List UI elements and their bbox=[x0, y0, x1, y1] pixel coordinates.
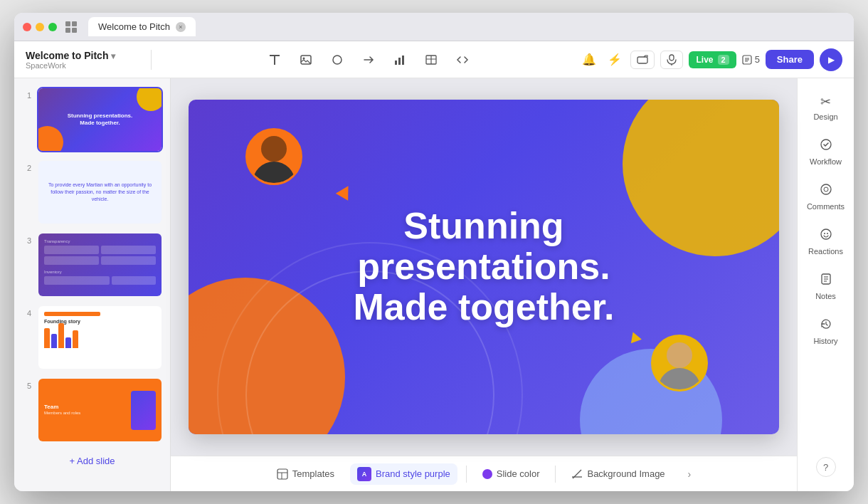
image-insert-icon[interactable] bbox=[296, 50, 316, 70]
svg-rect-7 bbox=[402, 56, 404, 65]
tab-bar: Welcome to Pitch × bbox=[88, 17, 196, 36]
background-button[interactable]: Background Image bbox=[564, 465, 672, 483]
history-label: History bbox=[813, 337, 837, 345]
toolbar-divider bbox=[151, 50, 152, 70]
text-insert-icon[interactable] bbox=[265, 50, 285, 70]
slide-img-2: To provide every Martian with an opportu… bbox=[37, 159, 163, 225]
design-icon: ✂ bbox=[820, 94, 831, 110]
help-button[interactable]: ? bbox=[816, 457, 836, 477]
bt-divider-2 bbox=[555, 466, 556, 483]
brand-label: Brand style purple bbox=[376, 468, 450, 479]
reactions-panel-button[interactable]: Reactions bbox=[802, 221, 850, 263]
slide-thumb-5[interactable]: 5 Team Members and roles bbox=[21, 377, 163, 443]
slide-color-label: Slide color bbox=[497, 468, 540, 479]
maximize-button[interactable] bbox=[48, 23, 57, 31]
reactions-label: Reactions bbox=[808, 247, 843, 256]
avatar-2 bbox=[651, 335, 708, 392]
brand-dot: A bbox=[357, 467, 371, 481]
bt-divider-1 bbox=[466, 466, 467, 483]
add-slide-label: + Add slide bbox=[70, 456, 115, 466]
slide-headline: Stunning presentations. Made together. bbox=[277, 206, 691, 328]
templates-label: Templates bbox=[292, 468, 334, 479]
shape-insert-icon[interactable] bbox=[327, 50, 347, 70]
share-button[interactable]: Share bbox=[766, 50, 814, 69]
slide-thumb-4[interactable]: 4 Founding story bbox=[21, 305, 163, 370]
brand-style-button[interactable]: A Brand style purple bbox=[350, 463, 457, 485]
slide-img-3: Transparency Inventory bbox=[37, 232, 163, 298]
camera-button[interactable] bbox=[630, 51, 655, 69]
slide-num-3: 3 bbox=[21, 236, 31, 245]
table-insert-icon[interactable] bbox=[421, 50, 441, 70]
history-panel-button[interactable]: History bbox=[802, 310, 850, 352]
embed-insert-icon[interactable] bbox=[452, 50, 472, 70]
live-label: Live bbox=[696, 55, 713, 65]
svg-rect-0 bbox=[270, 55, 280, 56]
slide-num-2: 2 bbox=[21, 164, 31, 172]
close-button[interactable] bbox=[23, 23, 31, 31]
svg-rect-6 bbox=[398, 58, 401, 65]
mic-button[interactable] bbox=[660, 51, 683, 69]
right-panel: ✂ Design Workflow Comments Reactions bbox=[797, 78, 854, 491]
color-dot bbox=[482, 469, 492, 479]
reactions-icon bbox=[820, 228, 832, 244]
slide-canvas[interactable]: Stunning presentations. Made together. bbox=[189, 100, 779, 434]
grid-icon[interactable] bbox=[65, 21, 77, 33]
comments-label: Comments bbox=[807, 202, 845, 211]
cursor-arrow-2 bbox=[628, 330, 642, 344]
design-label: Design bbox=[813, 112, 837, 121]
slide-thumb-2[interactable]: 2 To provide every Martian with an oppor… bbox=[21, 159, 163, 225]
more-button[interactable]: › bbox=[681, 465, 699, 483]
arrow-insert-icon[interactable] bbox=[359, 50, 379, 70]
slide-color-button[interactable]: Slide color bbox=[475, 465, 547, 483]
bolt-icon[interactable]: ⚡ bbox=[605, 50, 625, 70]
play-button[interactable]: ▶ bbox=[820, 48, 842, 71]
traffic-lights bbox=[23, 23, 57, 31]
slide-panel: 1 Stunning presentations.Made together. … bbox=[14, 78, 171, 491]
slide-thumb-1[interactable]: 1 Stunning presentations.Made together. bbox=[21, 87, 163, 152]
toolbar-center bbox=[163, 50, 573, 70]
svg-rect-11 bbox=[637, 57, 647, 63]
live-count: 2 bbox=[718, 55, 729, 65]
canvas-inner: Stunning presentations. Made together. bbox=[171, 78, 797, 456]
slide-num-5: 5 bbox=[21, 382, 31, 390]
svg-point-24 bbox=[821, 229, 831, 239]
live-button[interactable]: Live 2 bbox=[689, 51, 736, 68]
title-bar: Welcome to Pitch × bbox=[14, 13, 854, 41]
design-panel-button[interactable]: ✂ Design bbox=[802, 87, 850, 128]
slide-num-1: 1 bbox=[21, 91, 31, 100]
history-icon bbox=[820, 317, 832, 334]
chart-insert-icon[interactable] bbox=[390, 50, 410, 70]
toolbar-left: Welcome to Pitch SpaceWork bbox=[26, 50, 139, 70]
svg-point-26 bbox=[827, 233, 828, 234]
templates-button[interactable]: Templates bbox=[270, 465, 342, 483]
slide-num-4: 4 bbox=[21, 309, 31, 317]
svg-point-25 bbox=[824, 233, 825, 234]
comments-panel-button[interactable]: Comments bbox=[802, 176, 850, 218]
toolbar: Welcome to Pitch SpaceWork bbox=[14, 41, 854, 78]
svg-point-3 bbox=[302, 57, 305, 59]
app-window: Welcome to Pitch × Welcome to Pitch Spac… bbox=[14, 13, 854, 491]
workflow-panel-button[interactable]: Workflow bbox=[802, 131, 850, 173]
svg-point-22 bbox=[821, 184, 831, 194]
svg-point-4 bbox=[333, 56, 342, 64]
add-slide-button[interactable]: + Add slide bbox=[21, 450, 163, 472]
canvas-wrapper: Stunning presentations. Made together. T… bbox=[171, 78, 797, 491]
comments-icon bbox=[820, 183, 832, 199]
bottom-toolbar: Templates A Brand style purple Slide col… bbox=[171, 456, 797, 491]
headline-line1: Stunning presentations. Made together. bbox=[277, 206, 691, 328]
notifications-icon[interactable]: 🔔 bbox=[579, 50, 599, 70]
svg-rect-5 bbox=[395, 61, 397, 65]
presentation-title[interactable]: Welcome to Pitch bbox=[26, 50, 139, 61]
background-label: Background Image bbox=[587, 468, 665, 479]
slide-img-1: Stunning presentations.Made together. bbox=[37, 87, 163, 152]
slide-img-5: Team Members and roles bbox=[37, 377, 163, 443]
minimize-button[interactable] bbox=[36, 23, 44, 31]
svg-point-23 bbox=[824, 187, 828, 191]
slide-thumb-3[interactable]: 3 Transparency Inventory bbox=[21, 232, 163, 298]
notes-panel-button[interactable]: Notes bbox=[802, 266, 850, 308]
title-dropdown-icon[interactable] bbox=[111, 50, 115, 61]
svg-rect-12 bbox=[669, 55, 674, 61]
tab-close-button[interactable]: × bbox=[176, 22, 186, 32]
active-tab[interactable]: Welcome to Pitch × bbox=[88, 17, 196, 36]
tab-label: Welcome to Pitch bbox=[98, 21, 170, 32]
